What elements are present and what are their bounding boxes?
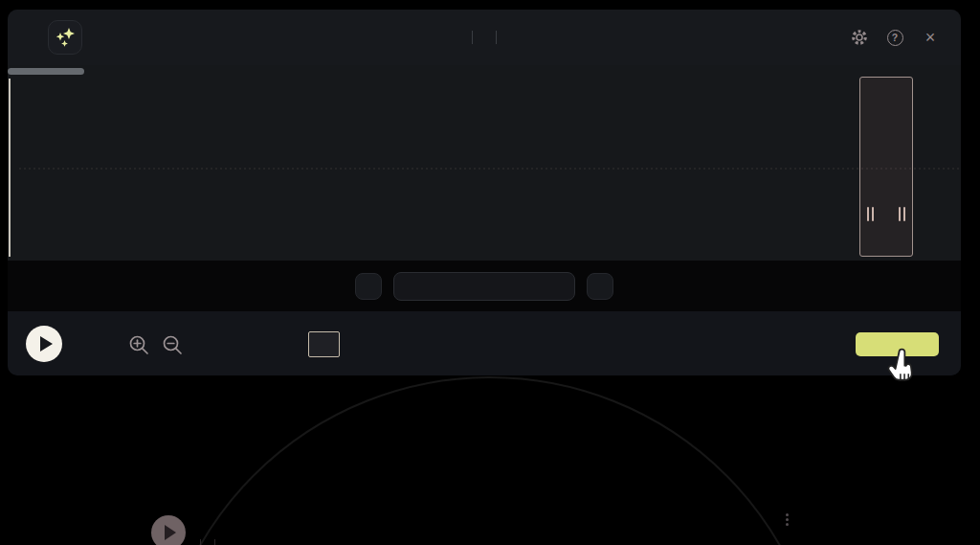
export-audio-button[interactable]	[856, 332, 939, 356]
preview-play-button[interactable]	[26, 326, 62, 362]
divider	[200, 539, 201, 545]
kebab-menu-icon[interactable]	[786, 513, 789, 526]
editor-modal: ? ×	[8, 10, 961, 375]
sparkles-icon	[49, 21, 81, 54]
next-segment-button[interactable]	[587, 273, 613, 300]
divider	[214, 539, 215, 545]
list-item-stats	[193, 539, 222, 545]
play-icon	[165, 525, 176, 540]
keep-button[interactable]	[393, 272, 575, 301]
playhead[interactable]	[9, 79, 11, 257]
minimap-viewport[interactable]	[308, 331, 340, 357]
recording-list-item[interactable]	[151, 513, 821, 545]
divider	[496, 31, 497, 44]
divider	[472, 31, 473, 44]
session-stats	[460, 31, 508, 44]
minimap-waveform[interactable]	[8, 311, 961, 375]
zoom-out-icon[interactable]	[161, 333, 184, 360]
zoom-in-icon[interactable]	[127, 333, 150, 360]
segment-left-handle[interactable]	[867, 207, 874, 221]
close-icon[interactable]: ×	[921, 28, 940, 47]
segment-nav-row	[8, 261, 961, 311]
waveform-graphic	[8, 65, 961, 261]
modal-header: ? ×	[8, 10, 961, 65]
header-icons: ? ×	[850, 28, 940, 47]
bottom-toolbar	[8, 311, 961, 375]
ai-sparkles-button[interactable]	[48, 20, 82, 55]
horizontal-scrollbar-thumb[interactable]	[8, 68, 84, 75]
settings-gear-icon[interactable]	[850, 28, 869, 47]
previous-segment-button[interactable]	[355, 273, 382, 300]
help-icon[interactable]: ?	[885, 28, 904, 47]
waveform-panel[interactable]	[8, 65, 961, 261]
segment-right-handle[interactable]	[899, 207, 905, 221]
list-item-play-button[interactable]	[151, 515, 186, 545]
cut-segment[interactable]	[859, 77, 913, 257]
play-icon	[40, 336, 53, 352]
